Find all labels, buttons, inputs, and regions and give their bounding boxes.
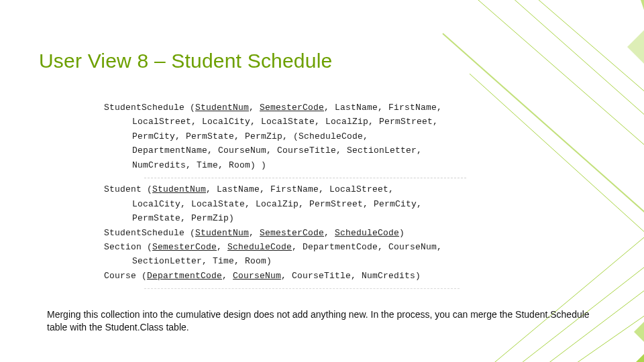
line-studentschedule-2: LocalStreet, LocalCity, LocalState, Loca…: [104, 115, 533, 129]
svg-line-2: [523, 0, 644, 94]
line-studentschedule-norm: StudentSchedule (StudentNum, SemesterCod…: [104, 226, 533, 240]
line-section-2: SectionLetter, Time, Room): [104, 254, 533, 268]
line-studentschedule-5: NumCredits, Time, Room) ): [104, 158, 533, 172]
svg-marker-11: [627, 30, 644, 64]
line-studentschedule-3: PermCity, PermState, PermZip, (ScheduleC…: [104, 129, 533, 143]
svg-line-1: [500, 0, 644, 117]
line-student-2: LocalCity, LocalState, LocalZip, PermStr…: [104, 197, 533, 211]
line-student-1: Student (StudentNum, LastName, FirstName…: [104, 182, 533, 196]
svg-marker-9: [634, 316, 644, 347]
schema-block: StudentSchedule (StudentNum, SemesterCod…: [104, 101, 533, 289]
line-studentschedule-1: StudentSchedule (StudentNum, SemesterCod…: [104, 101, 533, 115]
line-studentschedule-4: DepartmentName, CourseNum, CourseTitle, …: [104, 143, 533, 158]
line-student-3: PermState, PermZip): [104, 211, 533, 225]
slide-footnote: Merging this collection into the cumulat…: [47, 308, 597, 334]
svg-marker-12: [641, 0, 644, 10]
line-course: Course (DepartmentCode, CourseNum, Cours…: [104, 269, 533, 283]
slide-title: User View 8 – Student Schedule: [39, 50, 332, 72]
divider: [144, 178, 466, 178]
divider-bottom: [144, 288, 460, 289]
line-section-1: Section (SemesterCode, ScheduleCode, Dep…: [104, 240, 533, 254]
svg-marker-10: [636, 349, 644, 362]
